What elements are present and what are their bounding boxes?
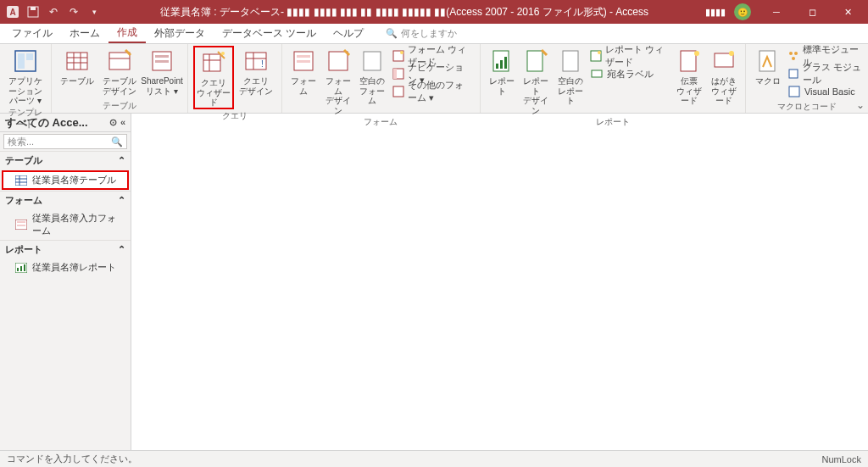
query-design-button[interactable]: ! クエリ デザイン	[236, 46, 276, 96]
invoice-wizard-button[interactable]: 伝票 ウィザード	[673, 46, 705, 106]
sharepoint-lists-button[interactable]: SharePoint リスト ▾	[142, 46, 182, 96]
form-design-button[interactable]: フォーム デザイン	[322, 46, 355, 115]
chevron-up-icon: ⌃	[118, 195, 125, 206]
chevron-up-icon: ⌃	[118, 244, 125, 255]
table-design-icon	[106, 47, 133, 75]
query-wizard-button[interactable]: クエリ ウィザード	[193, 46, 234, 109]
qat-customize-icon[interactable]: ▾	[85, 3, 103, 21]
collapse-ribbon-icon[interactable]: ⌄	[856, 99, 865, 111]
svg-point-21	[221, 52, 225, 55]
table-button[interactable]: テーブル	[57, 46, 97, 86]
class-module-button[interactable]: クラス モジュール	[786, 65, 863, 82]
workspace	[131, 114, 868, 450]
form-object-icon	[15, 219, 27, 231]
form-button[interactable]: フォーム	[287, 46, 320, 96]
blank-form-button[interactable]: 空白の フォーム	[356, 46, 389, 106]
group-templates: アプリケーション パーツ ▾ テンプレート	[0, 44, 52, 113]
ribbon: アプリケーション パーツ ▾ テンプレート テーブル テーブル デザイン Sha…	[0, 44, 868, 114]
tell-me-search[interactable]: 🔍 何をしますか	[386, 24, 457, 43]
nav-item-report[interactable]: 従業員名簿レポート	[3, 259, 127, 275]
svg-rect-7	[67, 53, 87, 69]
vb-icon	[787, 85, 801, 98]
group-tables: テーブル テーブル デザイン SharePoint リスト ▾ テーブル	[52, 44, 188, 113]
table-icon	[64, 47, 91, 75]
avatar[interactable]: 🙂	[734, 3, 751, 20]
svg-text:A: A	[9, 8, 15, 17]
query-wizard-icon	[200, 49, 227, 76]
group-forms: フォーム フォーム デザイン 空白の フォーム フォーム ウィザード ナビゲーシ…	[282, 44, 481, 113]
group-reports-label: レポート	[486, 115, 741, 128]
svg-rect-38	[496, 64, 498, 69]
svg-rect-41	[527, 51, 542, 71]
svg-rect-46	[592, 70, 602, 77]
chevron-up-icon: ⌃	[118, 155, 125, 166]
postcard-wizard-button[interactable]: はがき ウィザード	[708, 46, 740, 106]
svg-rect-16	[155, 55, 169, 58]
blank-report-button[interactable]: 空白の レポート	[554, 46, 586, 106]
tab-file[interactable]: ファイル	[3, 24, 61, 43]
blank-form-icon	[359, 47, 386, 75]
svg-rect-57	[15, 175, 27, 186]
close-button[interactable]: ✕	[831, 0, 865, 24]
tab-create[interactable]: 作成	[108, 24, 146, 43]
svg-rect-27	[297, 55, 310, 58]
nav-section-forms[interactable]: フォーム⌃	[0, 191, 131, 209]
table-design-button[interactable]: テーブル デザイン	[99, 46, 140, 96]
undo-icon[interactable]: ↶	[44, 3, 63, 21]
redo-icon[interactable]: ↷	[64, 3, 83, 21]
nav-dropdown-icon[interactable]: ⊙	[109, 117, 117, 128]
ribbon-tabs: ファイル ホーム 作成 外部データ データベース ツール ヘルプ 🔍 何をします…	[0, 24, 868, 44]
postcard-wizard-icon	[710, 47, 737, 75]
tab-external[interactable]: 外部データ	[146, 24, 214, 43]
svg-rect-67	[24, 264, 25, 271]
nav-search-placeholder: 検索...	[8, 136, 34, 148]
access-app-icon[interactable]: A	[3, 3, 22, 21]
tell-me-placeholder: 何をしますか	[401, 27, 457, 40]
tab-dbtools[interactable]: データベース ツール	[214, 24, 325, 43]
nav-collapse-icon[interactable]: «	[120, 117, 125, 128]
minimize-button[interactable]: ─	[760, 0, 793, 24]
report-object-icon	[15, 262, 27, 274]
app-parts-icon	[12, 47, 39, 75]
tab-home[interactable]: ホーム	[61, 24, 108, 43]
svg-rect-55	[789, 69, 798, 78]
form-wizard-icon	[392, 49, 404, 63]
other-forms-button[interactable]: その他のフォーム ▾	[391, 83, 475, 100]
svg-rect-62	[17, 221, 25, 223]
query-design-icon: !	[242, 47, 270, 75]
other-forms-icon	[392, 85, 404, 98]
svg-rect-17	[155, 60, 169, 63]
svg-rect-29	[329, 52, 348, 70]
svg-rect-5	[18, 53, 25, 69]
svg-point-45	[598, 51, 601, 54]
labels-button[interactable]: 宛名ラベル	[588, 65, 672, 82]
nav-section-tables[interactable]: テーブル⌃	[0, 151, 131, 170]
numlock-indicator: NumLock	[822, 454, 861, 464]
tab-help[interactable]: ヘルプ	[325, 24, 372, 43]
save-icon[interactable]	[24, 3, 42, 21]
nav-item-table[interactable]: 従業員名簿テーブル	[2, 170, 129, 190]
report-design-button[interactable]: レポート デザイン	[520, 46, 552, 115]
svg-rect-18	[203, 54, 220, 71]
group-queries: クエリ ウィザード ! クエリ デザイン クエリ	[188, 44, 282, 113]
class-module-icon	[787, 67, 799, 81]
account-name[interactable]: ▮▮▮▮	[705, 7, 726, 18]
group-macros-label: マクロとコード	[751, 100, 863, 113]
status-message: コマンドを入力してください。	[7, 453, 137, 465]
window-title: 従業員名簿 : データベース- ▮▮▮▮ ▮▮▮▮ ▮▮▮ ▮▮ ▮▮▮▮ ▮▮…	[103, 5, 705, 19]
maximize-button[interactable]: ◻	[795, 0, 829, 24]
nav-search-input[interactable]: 検索... 🔍	[3, 134, 127, 149]
app-parts-button[interactable]: アプリケーション パーツ ▾	[5, 46, 46, 106]
search-icon: 🔍	[386, 28, 398, 39]
form-design-icon	[325, 47, 352, 75]
report-wizard-button[interactable]: レポート ウィザード	[588, 47, 672, 64]
svg-rect-63	[17, 225, 25, 226]
svg-rect-28	[297, 60, 310, 63]
report-button[interactable]: レポート	[486, 46, 518, 96]
nav-section-reports[interactable]: レポート⌃	[0, 240, 131, 259]
nav-item-form[interactable]: 従業員名簿入力フォーム	[3, 210, 127, 239]
macro-button[interactable]: マクロ	[751, 46, 784, 86]
group-macros: マクロ 標準モジュール クラス モジュール Visual Basic マクロとコ…	[746, 44, 868, 113]
visual-basic-button[interactable]: Visual Basic	[786, 83, 863, 100]
labels-icon	[590, 67, 604, 81]
